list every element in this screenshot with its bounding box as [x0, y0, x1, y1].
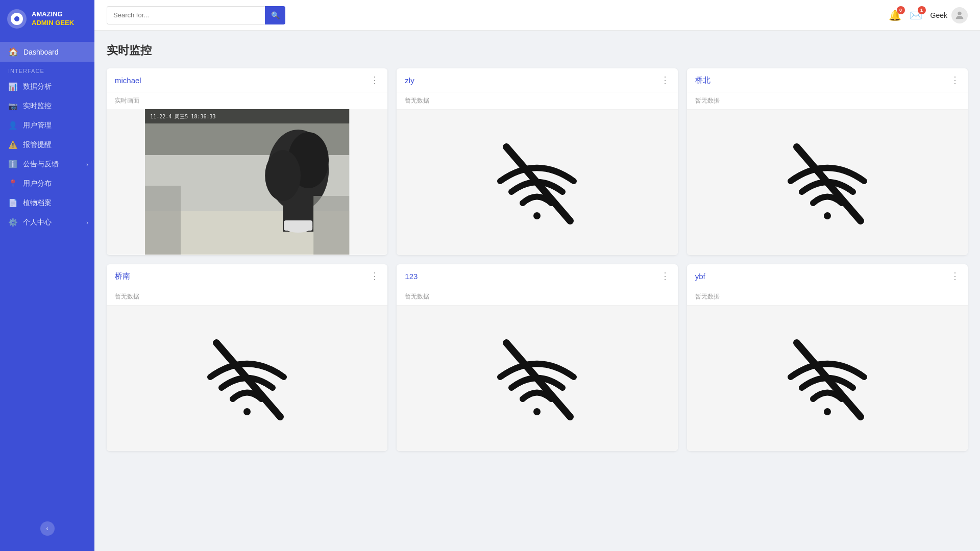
camera-name: 桥北: [695, 76, 710, 85]
camera-card-qiaobei: 桥北 ⋮ 暂无数据: [687, 68, 968, 255]
sidebar-logo: AMAZING ADMIN GEEK: [0, 0, 94, 38]
no-data-label: 暂无数据: [107, 288, 387, 306]
sidebar-item-alert[interactable]: ⚠️ 报管提醒: [0, 135, 94, 155]
svg-rect-14: [313, 196, 349, 255]
camera-menu-button[interactable]: ⋮: [660, 74, 670, 86]
sidebar-collapse-button[interactable]: ‹: [40, 521, 55, 536]
no-data-label: 暂无数据: [397, 288, 677, 306]
camera-feed: [687, 306, 968, 451]
user-name: Geek: [930, 11, 947, 19]
svg-line-16: [506, 147, 570, 221]
plant-archive-icon: 📄: [8, 198, 18, 208]
camera-menu-button[interactable]: ⋮: [660, 270, 670, 282]
sidebar-label: 用户分布: [23, 179, 52, 188]
svg-point-19: [243, 408, 251, 415]
camera-menu-button[interactable]: ⋮: [370, 270, 379, 282]
sidebar-item-data-analysis[interactable]: 📊 数据分析: [0, 77, 94, 96]
camera-feed: [687, 110, 968, 255]
sidebar-item-user-manage[interactable]: 👤 用户管理: [0, 116, 94, 135]
camera-name: ybf: [695, 272, 705, 281]
camera-card-123: 123 ⋮ 暂无数据: [397, 264, 677, 451]
data-analysis-icon: 📊: [8, 82, 18, 91]
svg-line-24: [797, 343, 861, 417]
camera-card-header: 123 ⋮: [397, 264, 677, 288]
svg-line-22: [506, 343, 570, 417]
notice-feedback-icon: ℹ️: [8, 160, 18, 169]
svg-point-23: [824, 408, 831, 415]
svg-line-20: [216, 343, 280, 417]
camera-card-header: ybf ⋮: [687, 264, 968, 288]
camera-menu-button[interactable]: ⋮: [370, 74, 379, 86]
camera-body: 实时画面: [107, 92, 387, 255]
sidebar-item-dashboard[interactable]: 🏠 Dashboard: [0, 42, 94, 62]
camera-menu-button[interactable]: ⋮: [950, 74, 960, 86]
page-title: 实时监控: [107, 43, 968, 58]
dashboard-icon: 🏠: [8, 47, 18, 57]
logo-icon: [7, 9, 27, 29]
user-area[interactable]: Geek: [930, 7, 968, 23]
user-manage-icon: 👤: [8, 121, 18, 130]
camera-card-qiaonan: 桥南 ⋮ 暂无数据: [107, 264, 387, 451]
search-icon: 🔍: [271, 11, 280, 19]
dashboard-label: Dashboard: [23, 48, 59, 56]
svg-text:11-22-4 周三5 18:36:33: 11-22-4 周三5 18:36:33: [150, 114, 215, 119]
avatar: [951, 7, 968, 23]
search-button[interactable]: 🔍: [265, 6, 285, 24]
sidebar-nav: 🏠 Dashboard INTERFACE 📊 数据分析 📷 实时监控 👤 用户…: [0, 38, 94, 551]
camera-body: 暂无数据: [687, 92, 968, 255]
no-data-label: 暂无数据: [687, 288, 968, 306]
camera-feed: [397, 306, 677, 451]
camera-card-header: michael ⋮: [107, 68, 387, 92]
camera-name: 桥南: [115, 271, 130, 281]
sidebar-item-realtime-monitor[interactable]: 📷 实时监控: [0, 96, 94, 116]
camera-body: 暂无数据: [397, 288, 677, 451]
sidebar-item-plant-archive[interactable]: 📄 植物档案: [0, 193, 94, 213]
no-signal-icon: [687, 110, 968, 255]
no-data-label: 暂无数据: [687, 92, 968, 110]
alert-icon: ⚠️: [8, 140, 18, 149]
search-input[interactable]: [107, 6, 265, 24]
sidebar-label: 个人中心: [23, 218, 52, 227]
camera-card-ybf: ybf ⋮ 暂无数据: [687, 264, 968, 451]
personal-center-icon: ⚙️: [8, 218, 18, 227]
svg-point-21: [533, 408, 541, 415]
camera-body: 暂无数据: [397, 92, 677, 255]
chevron-right-icon: ›: [86, 161, 88, 167]
camera-name: zly: [405, 76, 414, 85]
main-area: 🔍 🔔 0 ✉️ 1 Geek: [94, 0, 980, 551]
user-dist-icon: 📍: [8, 179, 18, 188]
content-area: 实时监控 michael ⋮ 实时画面: [94, 31, 980, 551]
camera-card-header: zly ⋮: [397, 68, 677, 92]
header: 🔍 🔔 0 ✉️ 1 Geek: [94, 0, 980, 31]
notification-button[interactable]: 🔔 0: [889, 9, 901, 21]
no-signal-icon: [107, 306, 387, 451]
sidebar-label: 植物档案: [23, 198, 52, 208]
sidebar-item-notice-feedback[interactable]: ℹ️ 公告与反馈 ›: [0, 155, 94, 174]
svg-point-15: [533, 212, 541, 219]
camera-card-header: 桥北 ⋮: [687, 68, 968, 92]
no-signal-icon: [397, 110, 677, 255]
chevron-right-icon: ›: [86, 219, 88, 226]
sidebar-item-user-dist[interactable]: 📍 用户分布: [0, 174, 94, 193]
camera-label: 实时画面: [107, 92, 387, 109]
no-signal-icon: [397, 306, 677, 451]
sidebar-label: 数据分析: [23, 82, 52, 91]
camera-menu-button[interactable]: ⋮: [950, 270, 960, 282]
camera-feed: 11-22-4 周三5 18:36:33: [107, 109, 387, 255]
sidebar-label: 实时监控: [23, 102, 52, 111]
camera-feed: [107, 306, 387, 451]
notification-badge: 0: [897, 6, 905, 14]
svg-point-0: [958, 11, 961, 15]
sidebar: AMAZING ADMIN GEEK 🏠 Dashboard INTERFACE…: [0, 0, 94, 551]
logo-text: AMAZING ADMIN GEEK: [32, 10, 74, 28]
camera-card-michael: michael ⋮ 实时画面: [107, 68, 387, 255]
camera-card-zly: zly ⋮ 暂无数据: [397, 68, 677, 255]
camera-grid: michael ⋮ 实时画面: [107, 68, 968, 451]
realtime-monitor-icon: 📷: [8, 102, 18, 111]
sidebar-label: 用户管理: [23, 121, 52, 130]
mail-badge: 1: [918, 6, 926, 14]
header-icons: 🔔 0 ✉️ 1 Geek: [889, 7, 968, 23]
sidebar-item-personal-center[interactable]: ⚙️ 个人中心 ›: [0, 213, 94, 232]
sidebar-label: 公告与反馈: [23, 160, 59, 169]
mail-button[interactable]: ✉️ 1: [910, 9, 922, 21]
